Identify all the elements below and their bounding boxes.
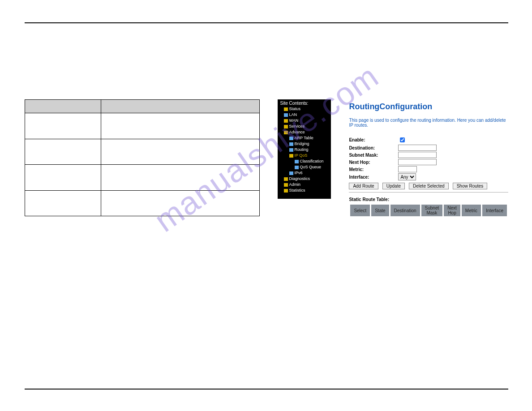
page-icon: [289, 148, 293, 152]
sidebar-item-admin[interactable]: Admin: [279, 182, 331, 188]
sidebar-item-arp-table[interactable]: ARP Table: [279, 135, 331, 141]
sidebar-item-ip-qos[interactable]: IP QoS: [279, 153, 331, 158]
col-destination: Destination: [390, 205, 420, 216]
static-route-table: Select State Destination Subnet Mask Nex…: [349, 205, 508, 216]
folder-icon: [284, 125, 288, 128]
col-state: State: [371, 205, 389, 216]
sidebar-item-qos-queue[interactable]: QoS Queue: [279, 164, 331, 170]
sidebar-item-statistics[interactable]: Statistics: [279, 188, 331, 193]
page-icon: [295, 160, 299, 163]
add-route-button[interactable]: Add Route: [349, 183, 378, 189]
table-header-field: [25, 100, 101, 113]
top-rule: [25, 22, 508, 23]
show-routes-button[interactable]: Show Routes: [453, 183, 487, 189]
col-interface: Interface: [482, 205, 507, 216]
page-icon: [284, 113, 288, 117]
sidebar-item-classification[interactable]: Classification: [279, 158, 331, 164]
sidebar-item-status[interactable]: Status: [279, 106, 331, 112]
folder-icon: [284, 107, 288, 111]
table-row: [25, 190, 260, 216]
field-description-table: [25, 99, 260, 216]
next-hop-label: Next Hop:: [349, 158, 398, 166]
col-metric: Metric: [462, 205, 481, 216]
sidebar-item-ipv6[interactable]: IPv6: [279, 170, 331, 176]
page-icon: [289, 171, 293, 175]
col-select: Select: [350, 205, 370, 216]
table-row: [25, 113, 260, 139]
enable-checkbox[interactable]: [400, 137, 405, 142]
table-row: [25, 139, 260, 165]
folder-icon: [289, 154, 293, 158]
interface-select[interactable]: Any: [398, 173, 416, 180]
subnet-mask-label: Subnet Mask:: [349, 151, 398, 158]
routing-config-panel: RoutingConfiguration This page is used t…: [349, 99, 508, 216]
static-route-table-title: Static Route Table:: [349, 197, 508, 202]
col-subnet-mask: Subnet Mask: [421, 205, 443, 216]
sidebar-item-advance[interactable]: Advance: [279, 129, 331, 135]
routing-form: Enable: Destination: Subnet Mask: Next H…: [349, 136, 438, 181]
button-row: Add Route Update Delete Selected Show Ro…: [349, 183, 508, 189]
sidebar-item-lan[interactable]: LAN: [279, 112, 331, 118]
bottom-rule: [25, 389, 508, 390]
sidebar-item-diagnostics[interactable]: Diagnostics: [279, 176, 331, 182]
sidebar-item-wan[interactable]: WAN: [279, 118, 331, 124]
interface-label: Interface:: [349, 173, 398, 181]
sidebar-item-services[interactable]: Services: [279, 124, 331, 129]
page-icon: [289, 137, 293, 140]
table-header-description: [101, 100, 260, 113]
folder-icon: [284, 119, 288, 123]
enable-label: Enable:: [349, 136, 398, 144]
folder-icon: [284, 183, 288, 187]
subnet-mask-input[interactable]: [398, 152, 437, 158]
sidebar-title: Site Contents:: [279, 100, 331, 106]
page-icon: [295, 166, 299, 169]
update-button[interactable]: Update: [382, 183, 405, 189]
destination-input[interactable]: [398, 145, 437, 151]
sidebar-item-bridging[interactable]: Bridging: [279, 141, 331, 147]
sidebar-item-routing[interactable]: Routing: [279, 147, 331, 153]
page-description: This page is used to configure the routi…: [349, 118, 508, 128]
next-hop-input[interactable]: [398, 159, 437, 165]
separator: [349, 192, 508, 193]
site-contents-sidebar: Site Contents: Status LAN WAN Services A…: [278, 99, 331, 199]
page-title: RoutingConfiguration: [349, 102, 508, 111]
folder-icon: [284, 131, 288, 134]
metric-label: Metric:: [349, 166, 398, 173]
table-row: [25, 165, 260, 191]
destination-label: Destination:: [349, 144, 398, 151]
folder-icon: [284, 177, 288, 181]
col-next-hop: Next Hop: [444, 205, 460, 216]
page-icon: [289, 142, 293, 146]
metric-input[interactable]: [398, 166, 417, 172]
folder-icon: [284, 189, 288, 193]
delete-selected-button[interactable]: Delete Selected: [409, 183, 449, 189]
